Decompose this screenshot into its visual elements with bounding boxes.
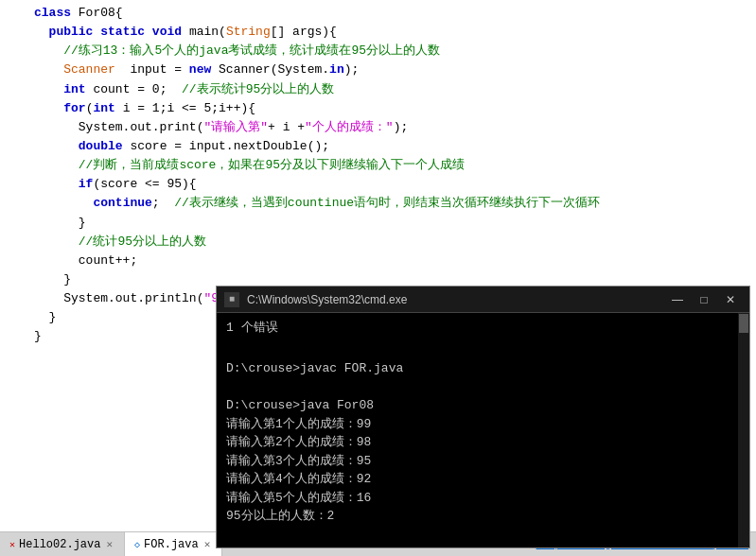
code-line-11: continue; //表示继续，当遇到countinue语句时，则结束当次循环…: [0, 194, 756, 213]
tab-for-java[interactable]: ◇ FOR.java ✕: [125, 532, 222, 557]
line-content: }: [26, 308, 56, 327]
cmd-line: D:\crouse>java For08: [226, 396, 740, 415]
cmd-line: 请输入第4个人的成绩：92: [226, 470, 740, 489]
cmd-line: [226, 341, 740, 360]
cmd-titlebar: ■ C:\Windows\System32\cmd.exe — □ ✕: [217, 287, 749, 313]
tab-label: Hello02.java: [19, 538, 100, 551]
line-content: Scanner input = new Scanner(System.in);: [26, 61, 359, 79]
line-content: continue; //表示继续，当遇到countinue语句时，则结束当次循环…: [26, 194, 600, 213]
cmd-prompt-line: D:\crouse>: [226, 544, 740, 547]
cmd-maximize-button[interactable]: □: [693, 291, 715, 308]
code-line-2: public static void main(String[] args){: [0, 23, 756, 42]
line-content: class For08{: [26, 4, 123, 23]
code-line-5: int count = 0; //表示统计95分以上的人数: [0, 80, 756, 99]
cmd-line: [226, 526, 740, 545]
cmd-close-button[interactable]: ✕: [719, 291, 742, 308]
code-line-10: if(score <= 95){: [0, 175, 756, 194]
code-line-3: //练习13：输入5个人的java考试成绩，统计成绩在95分以上的人数: [0, 42, 756, 61]
code-line-13: //统计95分以上的人数: [0, 233, 756, 252]
code-line-14: count++;: [0, 252, 756, 270]
line-content: System.out.print("请输入第"+ i +"个人的成绩：");: [26, 118, 408, 137]
cmd-scrollbar-thumb: [739, 314, 748, 333]
line-content: count++;: [26, 252, 137, 270]
line-content: double score = input.nextDouble();: [26, 137, 329, 156]
tab-diamond-icon: ◇: [134, 539, 140, 550]
cmd-icon-char: ■: [229, 294, 235, 304]
code-line-7: System.out.print("请输入第"+ i +"个人的成绩：");: [0, 118, 756, 137]
line-content: //统计95分以上的人数: [26, 233, 206, 252]
line-content: for(int i = 1;i <= 5;i++){: [26, 99, 255, 118]
cmd-line: 请输入第5个人的成绩：16: [226, 489, 740, 508]
cmd-line: [226, 378, 740, 397]
tab-hello02[interactable]: ✕ Hello02.java ✕: [0, 532, 125, 557]
cmd-scrollbar[interactable]: [738, 313, 749, 547]
cmd-body: 1 个错误 D:\crouse>javac FOR.java D:\crouse…: [217, 313, 749, 547]
code-line-12: }: [0, 214, 756, 233]
line-content: }: [26, 270, 71, 289]
code-line-4: Scanner input = new Scanner(System.in);: [0, 61, 756, 79]
line-content: //练习13：输入5个人的java考试成绩，统计成绩在95分以上的人数: [26, 42, 440, 61]
cmd-line: D:\crouse>javac FOR.java: [226, 359, 740, 378]
line-content: public static void main(String[] args){: [26, 23, 337, 42]
tab-close-for[interactable]: ✕: [202, 538, 213, 550]
cmd-line: 请输入第3个人的成绩：95: [226, 452, 740, 471]
tab-error-icon: ✕: [9, 539, 15, 550]
code-line-6: for(int i = 1;i <= 5;i++){: [0, 99, 756, 118]
cmd-controls: — □ ✕: [666, 291, 742, 308]
cmd-line: 请输入第1个人的成绩：99: [226, 415, 740, 434]
line-content: }: [26, 327, 42, 346]
code-line-9: //判断，当前成绩score，如果在95分及以下则继续输入下一个人成绩: [0, 156, 756, 175]
code-line-8: double score = input.nextDouble();: [0, 137, 756, 156]
cmd-window: ■ C:\Windows\System32\cmd.exe — □ ✕ 1 个错…: [216, 286, 750, 548]
cmd-error-line: 1 个错误: [226, 319, 740, 338]
line-content: }: [26, 214, 86, 233]
line-content: if(score <= 95){: [26, 175, 197, 194]
line-content: int count = 0; //表示统计95分以上的人数: [26, 80, 334, 99]
line-content: //判断，当前成绩score，如果在95分及以下则继续输入下一个人成绩: [26, 156, 465, 175]
cmd-minimize-button[interactable]: —: [666, 291, 689, 308]
code-editor: class For08{ public static void main(Str…: [0, 0, 756, 556]
cmd-line: 请输入第2个人的成绩：98: [226, 433, 740, 452]
tab-label: FOR.java: [144, 538, 199, 551]
cmd-icon: ■: [224, 292, 239, 307]
code-line-1: class For08{: [0, 4, 756, 23]
cmd-line: 95分以上的人数：2: [226, 507, 740, 526]
cmd-title: C:\Windows\System32\cmd.exe: [247, 293, 666, 306]
tab-close-hello02[interactable]: ✕: [104, 538, 114, 550]
